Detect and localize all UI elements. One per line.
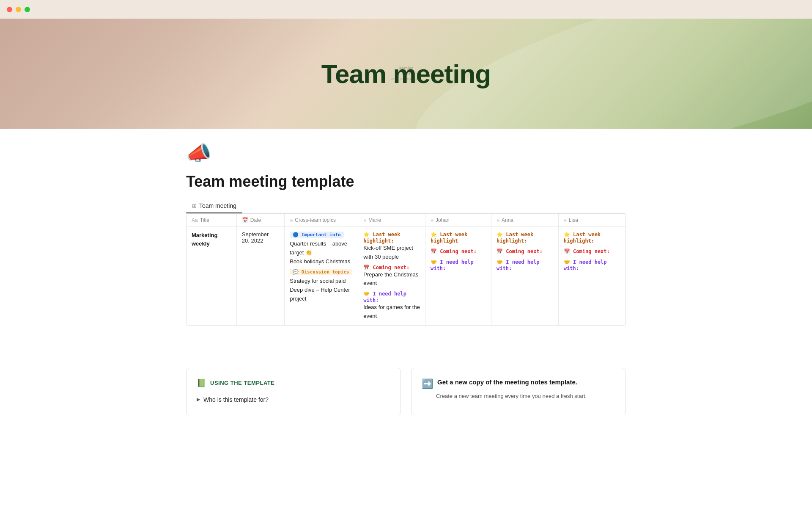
th-marie-label: Marie: [368, 217, 381, 223]
who-is-this-collapsible[interactable]: ▶ Who is this template for?: [197, 395, 390, 405]
th-johan: ≡ Johan: [425, 214, 491, 227]
anna-help-tag: 🤝 I need help with:: [497, 259, 540, 271]
th-lisa-label: Lisa: [569, 217, 578, 223]
table-row: Marketingweekly September20, 2022 🔵 Impo…: [187, 227, 625, 325]
marie-help-tag: 🤝 I need help with:: [363, 291, 406, 303]
th-marie-icon: ≡: [363, 217, 366, 223]
marie-coming-tag: 📅 Coming next:: [363, 265, 409, 271]
marie-coming-text: Prepare the Christmas event: [363, 271, 420, 288]
th-date-label: Date: [250, 217, 261, 223]
th-cross-icon: ≡: [290, 217, 293, 223]
cell-lisa: ⭐ Last week highlight: 📅 Coming next: 🤝 …: [558, 227, 625, 325]
anna-highlight-tag: ⭐ Last week highlight:: [497, 232, 533, 244]
cell-marie: ⭐ Last week highlight: Kick-off SME proj…: [358, 227, 425, 325]
johan-help-tag: 🤝 I need help with:: [431, 259, 474, 271]
th-johan-icon: ≡: [431, 217, 433, 223]
lisa-coming-tag: 📅 Coming next:: [564, 248, 610, 254]
th-anna: ≡ Anna: [491, 214, 559, 227]
th-lisa: ≡ Lisa: [558, 214, 625, 227]
megaphone-icon: 📣: [186, 142, 211, 164]
marie-highlight-tag: ⭐ Last week highlight:: [363, 232, 400, 244]
tab-team-meeting[interactable]: ⊞ Team meeting: [186, 199, 242, 213]
page-body: 📣 Team meeting template ⊞ Team meeting A…: [152, 129, 660, 351]
close-button[interactable]: [7, 7, 12, 12]
th-title: Aa Title: [187, 214, 236, 227]
cell-johan: ⭐ Last week highlight 📅 Coming next: 🤝 I…: [425, 227, 491, 325]
new-copy-card: ➡️ Get a new copy of the meeting notes t…: [411, 368, 626, 415]
important-tag: 🔵 Important info: [290, 232, 343, 238]
meeting-table-wrapper: Aa Title 📅 Date ≡ Cross-team topi: [186, 213, 626, 326]
new-copy-description: Create a new team meeting every time you…: [436, 393, 615, 399]
minimize-button[interactable]: [16, 7, 21, 12]
anna-coming-tag: 📅 Coming next:: [497, 248, 543, 254]
th-cross-team: ≡ Cross-team topics: [285, 214, 358, 227]
collapse-arrow-icon: ▶: [197, 397, 200, 402]
marie-highlight-text: Kick-off SME project with 30 people: [363, 244, 420, 262]
table-header-row: Aa Title 📅 Date ≡ Cross-team topi: [187, 214, 625, 227]
row-date: September20, 2022: [242, 231, 279, 244]
cell-title: Marketingweekly: [187, 227, 236, 325]
lisa-highlight-tag: ⭐ Last week highlight:: [564, 232, 601, 244]
collapsible-label-1: Who is this template for?: [203, 396, 269, 403]
row-title: Marketingweekly: [192, 231, 231, 248]
th-date-icon: 📅: [242, 217, 248, 223]
th-cross-label: Cross-team topics: [295, 217, 336, 223]
cell-anna: ⭐ Last week highlight: 📅 Coming next: 🤝 …: [491, 227, 559, 325]
johan-coming-tag: 📅 Coming next:: [431, 248, 477, 254]
using-template-label: USING THE TEMPLATE: [210, 380, 274, 386]
discussion-item-1: Strategy for social paid: [290, 277, 353, 286]
discussion-item-2: Deep dive – Help Center project: [290, 286, 353, 304]
lisa-help-tag: 🤝 I need help with:: [564, 259, 607, 271]
new-copy-header: ➡️ Get a new copy of the meeting notes t…: [422, 378, 615, 389]
maximize-button[interactable]: [25, 7, 30, 12]
th-johan-label: Johan: [436, 217, 450, 223]
using-template-header: 📗 USING THE TEMPLATE: [197, 378, 390, 388]
th-lisa-icon: ≡: [564, 217, 567, 223]
page-title: Team meeting template: [186, 173, 626, 190]
important-item-2: Book holidays Christmas: [290, 257, 353, 266]
bottom-section: 📗 USING THE TEMPLATE ▶ Who is this templ…: [152, 368, 660, 415]
th-date: 📅 Date: [236, 214, 284, 227]
th-title-icon: Aa: [192, 217, 198, 223]
th-anna-label: Anna: [502, 217, 513, 223]
marie-help-text: Ideas for games for the event: [363, 303, 420, 321]
meeting-table: Aa Title 📅 Date ≡ Cross-team topi: [187, 214, 625, 325]
titlebar: [0, 0, 812, 19]
table-icon: ⊞: [192, 203, 197, 209]
page-icon-area: 📣: [186, 129, 626, 169]
using-template-card: 📗 USING THE TEMPLATE ▶ Who is this templ…: [186, 368, 401, 415]
new-copy-title: Get a new copy of the meeting notes temp…: [437, 378, 577, 386]
th-anna-icon: ≡: [497, 217, 499, 223]
cell-cross-team: 🔵 Important info Quarter results – above…: [285, 227, 358, 325]
hero-title: Team meeting: [321, 59, 491, 89]
discussion-tag: 💬 Discussion topics: [290, 269, 352, 275]
tab-bar: ⊞ Team meeting: [186, 199, 626, 213]
cell-date: September20, 2022: [236, 227, 284, 325]
tab-label: Team meeting: [199, 202, 236, 209]
th-marie: ≡ Marie: [358, 214, 425, 227]
book-icon: 📗: [197, 378, 206, 388]
arrow-right-icon: ➡️: [422, 378, 433, 389]
th-title-label: Title: [200, 217, 209, 223]
important-item-1: Quarter results – above target 👏: [290, 240, 353, 257]
johan-highlight-tag: ⭐ Last week highlight: [431, 232, 467, 244]
hero-banner: learningtalks www.learningtalks.io Team …: [0, 19, 812, 129]
